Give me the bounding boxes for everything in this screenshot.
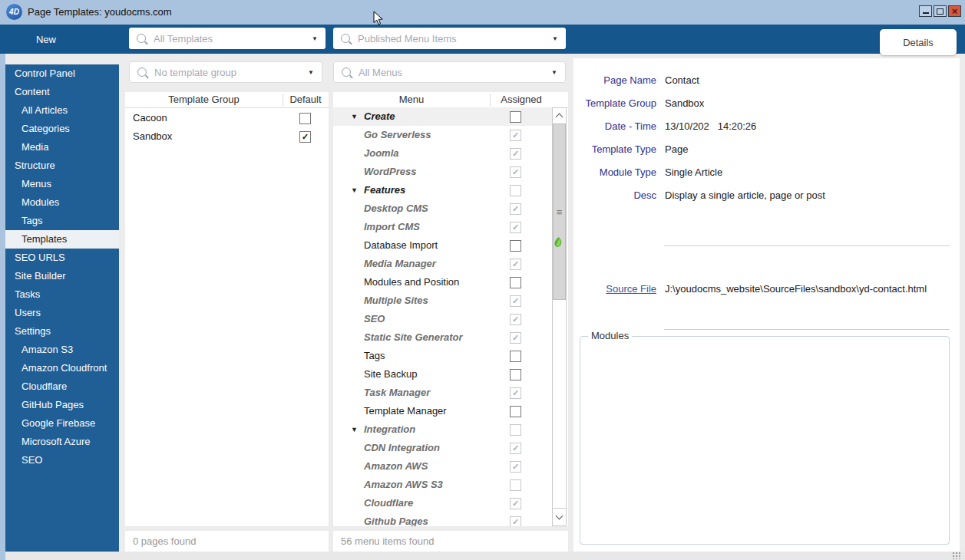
scroll-down-button[interactable] bbox=[553, 508, 566, 525]
menu-row-cloudflare[interactable]: Cloudflare✓ bbox=[333, 494, 552, 512]
menu-row-features[interactable]: ▼Features✓ bbox=[333, 181, 552, 199]
menu-row-amazon-aws-s3[interactable]: Amazon AWS S3✓ bbox=[333, 476, 552, 494]
check-icon: ✓ bbox=[512, 223, 519, 232]
tree-expanded-icon[interactable]: ▼ bbox=[351, 107, 358, 126]
template-group-filter-placeholder: No template group bbox=[154, 67, 303, 78]
tree-expanded-icon[interactable]: ▼ bbox=[351, 181, 358, 199]
sidebar-item-menus[interactable]: Menus bbox=[5, 175, 119, 193]
sidebar-item-cloudflare[interactable]: Cloudflare bbox=[5, 377, 119, 396]
assigned-checkbox[interactable]: ✓ bbox=[510, 516, 521, 526]
assigned-checkbox[interactable]: ✓ bbox=[510, 130, 521, 141]
assigned-checkbox[interactable]: ✓ bbox=[510, 259, 521, 270]
menu-row-tags[interactable]: Tags✓ bbox=[333, 347, 552, 365]
tree-expanded-icon[interactable]: ▼ bbox=[351, 420, 358, 439]
assigned-checkbox[interactable]: ✓ bbox=[510, 479, 521, 491]
menu-table-header: Menu Assigned bbox=[333, 92, 568, 108]
menu-row-seo[interactable]: SEO✓ bbox=[333, 310, 552, 328]
new-button[interactable]: New bbox=[8, 25, 84, 54]
sidebar-item-tasks[interactable]: Tasks bbox=[5, 285, 119, 304]
template-row-sandbox[interactable]: Sandbox✓ bbox=[125, 127, 329, 146]
column-assigned[interactable]: Assigned bbox=[490, 92, 553, 107]
menu-row-integration[interactable]: ▼Integration✓ bbox=[333, 420, 552, 439]
assigned-checkbox[interactable]: ✓ bbox=[510, 406, 521, 417]
assigned-checkbox[interactable]: ✓ bbox=[510, 498, 521, 509]
minimize-button[interactable] bbox=[919, 5, 932, 17]
menu-row-github-pages[interactable]: Github Pages✓ bbox=[333, 512, 552, 526]
sidebar-item-users[interactable]: Users bbox=[5, 304, 119, 322]
assigned-checkbox[interactable]: ✓ bbox=[510, 461, 521, 473]
menu-row-static-site-generator[interactable]: Static Site Generator✓ bbox=[333, 328, 552, 347]
sidebar-item-structure[interactable]: Structure bbox=[5, 156, 119, 175]
sidebar-item-control-panel[interactable]: Control Panel bbox=[5, 64, 119, 83]
assigned-checkbox[interactable]: ✓ bbox=[510, 166, 521, 178]
sidebar-item-categories[interactable]: Categories bbox=[5, 120, 119, 138]
scroll-up-button[interactable] bbox=[553, 108, 566, 124]
column-default[interactable]: Default bbox=[283, 92, 329, 107]
menu-row-site-backup[interactable]: Site Backup✓ bbox=[333, 365, 552, 384]
assigned-checkbox[interactable]: ✓ bbox=[510, 387, 521, 399]
sidebar-item-google-firebase[interactable]: Google Firebase bbox=[5, 414, 119, 433]
assigned-checkbox[interactable]: ✓ bbox=[510, 443, 521, 454]
sidebar-item-media[interactable]: Media bbox=[5, 138, 119, 156]
close-button[interactable]: × bbox=[948, 5, 961, 17]
assigned-checkbox[interactable]: ✓ bbox=[510, 111, 521, 123]
sidebar-item-github-pages[interactable]: GitHub Pages bbox=[5, 396, 119, 414]
sidebar-item-content[interactable]: Content bbox=[5, 83, 119, 101]
scrollbar-thumb[interactable]: ≡ bbox=[553, 124, 566, 300]
menu-row-modules-and-position[interactable]: Modules and Position✓ bbox=[333, 273, 552, 292]
published-filter-placeholder: Published Menu Items bbox=[358, 33, 547, 44]
menu-row-cdn-integration[interactable]: CDN Integration✓ bbox=[333, 439, 552, 457]
sidebar-item-site-builder[interactable]: Site Builder bbox=[5, 267, 119, 285]
menu-row-task-manager[interactable]: Task Manager✓ bbox=[333, 384, 552, 402]
details-button[interactable]: Details bbox=[880, 29, 957, 55]
sidebar-item-seo-urls[interactable]: SEO URLS bbox=[5, 249, 119, 267]
menu-row-template-manager[interactable]: Template Manager✓ bbox=[333, 402, 552, 420]
published-menu-items-dropdown[interactable]: Published Menu Items ▼ bbox=[333, 28, 566, 49]
assigned-checkbox[interactable]: ✓ bbox=[510, 222, 521, 233]
assigned-checkbox[interactable]: ✓ bbox=[510, 332, 521, 344]
sidebar-item-seo[interactable]: SEO bbox=[5, 451, 119, 469]
template-row-cacoon[interactable]: Cacoon✓ bbox=[125, 109, 329, 127]
sidebar-item-templates[interactable]: Templates bbox=[5, 230, 119, 249]
assigned-checkbox[interactable]: ✓ bbox=[510, 369, 521, 380]
menu-row-wordpress[interactable]: WordPress✓ bbox=[333, 163, 552, 181]
template-table-header: Template Group Default bbox=[125, 92, 329, 108]
maximize-button[interactable] bbox=[934, 5, 947, 17]
assigned-checkbox[interactable]: ✓ bbox=[510, 424, 521, 436]
default-checkbox[interactable]: ✓ bbox=[299, 131, 311, 143]
assigned-checkbox[interactable]: ✓ bbox=[510, 148, 521, 160]
assigned-checkbox[interactable]: ✓ bbox=[510, 314, 521, 325]
menu-scrollbar[interactable]: ≡ bbox=[552, 107, 567, 526]
menu-row-database-import[interactable]: Database Import✓ bbox=[333, 236, 552, 255]
menu-row-create[interactable]: ▼Create✓ bbox=[333, 107, 552, 126]
menu-row-import-cms[interactable]: Import CMS✓ bbox=[333, 218, 552, 236]
sidebar-item-microsoft-azure[interactable]: Microsoft Azure bbox=[5, 433, 119, 451]
sidebar-item-amazon-cloudfront[interactable]: Amazon Cloudfront bbox=[5, 359, 119, 377]
menu-row-joomla[interactable]: Joomla✓ bbox=[333, 144, 552, 163]
menu-item-label: Template Manager bbox=[364, 402, 447, 420]
source-file-link[interactable]: Source File bbox=[573, 283, 656, 295]
template-group-filter-dropdown[interactable]: No template group ▼ bbox=[129, 61, 322, 83]
assigned-checkbox[interactable]: ✓ bbox=[510, 203, 521, 215]
menu-row-multiple-sites[interactable]: Multiple Sites✓ bbox=[333, 292, 552, 310]
menu-row-amazon-aws[interactable]: Amazon AWS✓ bbox=[333, 457, 552, 476]
sidebar-item-tags[interactable]: Tags bbox=[5, 212, 119, 230]
resize-grip[interactable] bbox=[952, 552, 961, 559]
default-checkbox[interactable]: ✓ bbox=[299, 113, 311, 124]
templates-filter-dropdown[interactable]: All Templates ▼ bbox=[129, 28, 326, 49]
assigned-checkbox[interactable]: ✓ bbox=[510, 351, 521, 362]
sidebar-item-all-articles[interactable]: All Articles bbox=[5, 101, 119, 120]
sidebar-item-amazon-s3[interactable]: Amazon S3 bbox=[5, 341, 119, 359]
assigned-checkbox[interactable]: ✓ bbox=[510, 277, 521, 288]
sidebar-item-modules[interactable]: Modules bbox=[5, 193, 119, 212]
assigned-checkbox[interactable]: ✓ bbox=[510, 295, 521, 307]
menu-row-go-serverless[interactable]: Go Serverless✓ bbox=[333, 126, 552, 144]
menu-row-desktop-cms[interactable]: Desktop CMS✓ bbox=[333, 199, 552, 218]
column-menu[interactable]: Menu bbox=[333, 92, 490, 107]
all-menus-filter-dropdown[interactable]: All Menus ▼ bbox=[333, 61, 566, 83]
column-template-group[interactable]: Template Group bbox=[125, 92, 283, 107]
sidebar-item-settings[interactable]: Settings bbox=[5, 322, 119, 341]
assigned-checkbox[interactable]: ✓ bbox=[510, 240, 521, 252]
menu-row-media-manager[interactable]: Media Manager✓ bbox=[333, 255, 552, 273]
assigned-checkbox[interactable]: ✓ bbox=[510, 185, 521, 196]
